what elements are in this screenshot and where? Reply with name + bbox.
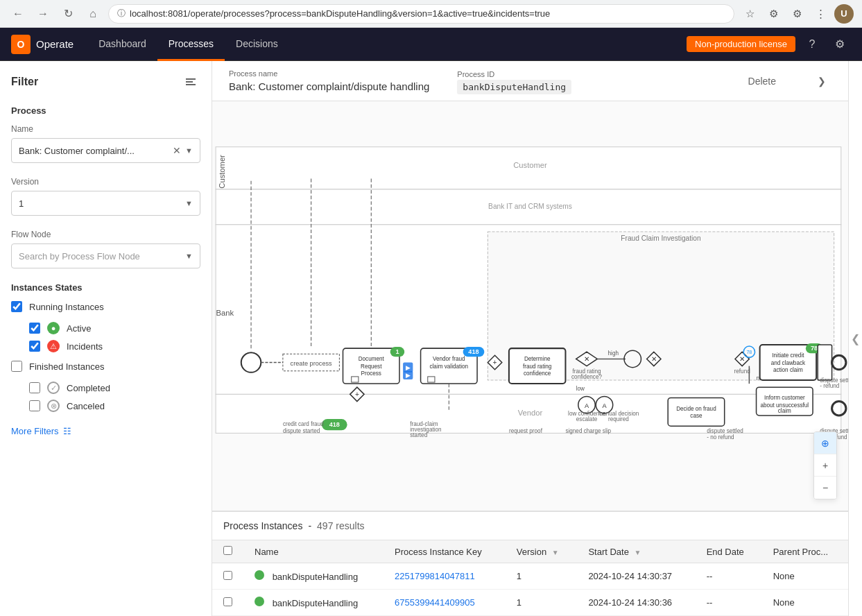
completed-label: Completed [67, 383, 110, 393]
flow-node-chevron-icon: ▼ [185, 252, 193, 260]
start-date-sort-icon[interactable]: ▼ [635, 549, 641, 556]
home-button[interactable]: ⌂ [83, 4, 103, 24]
forward-button[interactable]: → [33, 4, 53, 24]
svg-text:create process: create process [291, 360, 332, 367]
svg-text:✕: ✕ [584, 355, 589, 363]
running-instances-label: Running Instances [29, 302, 104, 312]
row1-key-link[interactable]: 2251799814047811 [395, 571, 475, 581]
extensions-button[interactable]: ⚙ [787, 4, 807, 24]
row1-version: 1 [506, 563, 578, 590]
instances-table: Name Process Instance Key Version ▼ Star… [212, 540, 848, 616]
zoom-out-button[interactable]: − [814, 477, 836, 499]
menu-button[interactable]: ⋮ [811, 4, 830, 24]
nav-item-processes[interactable]: Processes [157, 28, 225, 61]
nav-item-decisions[interactable]: Decisions [225, 28, 289, 61]
canceled-checkbox-item[interactable]: ⊗ Canceled [29, 400, 200, 412]
completed-checkbox-item[interactable]: ✓ Completed [29, 382, 200, 394]
select-all-checkbox[interactable] [223, 546, 232, 555]
finished-instances-checkbox[interactable] [11, 361, 22, 372]
sidebar-filter: Filter Process Name Bank: Customer compl… [0, 61, 212, 616]
sidebar-header: Filter [11, 72, 200, 92]
svg-text:A: A [602, 402, 607, 409]
bpmn-diagram: Customer Customer Bank IT and CRM system… [212, 101, 848, 511]
running-sub-group: ● Active ⚠ Incidents [29, 322, 200, 352]
clear-name-button[interactable]: ✕ [171, 144, 182, 157]
completed-status-icon: ✓ [47, 382, 60, 394]
running-instances-checkbox[interactable] [11, 301, 22, 312]
zoom-in-button[interactable]: + [814, 454, 836, 477]
collapse-panel-button[interactable]: ❯ [812, 71, 831, 91]
process-name-select[interactable]: Bank: Customer complaint/... ✕ ▼ [11, 138, 200, 163]
svg-text:✕: ✕ [651, 355, 657, 363]
running-instances-checkbox-item[interactable]: Running Instances [11, 301, 200, 312]
svg-text:Fraud Claim Investigation: Fraud Claim Investigation [621, 234, 700, 242]
filter-title: Filter [11, 76, 38, 88]
chevron-down-icon: ▼ [185, 146, 193, 155]
incidents-checkbox[interactable] [29, 341, 40, 352]
svg-text:+: + [355, 391, 359, 398]
svg-rect-48 [668, 397, 725, 426]
flow-node-filter-section: Flow Node Search by Process Flow Node ▼ [11, 230, 200, 268]
version-sort-icon[interactable]: ▼ [552, 549, 559, 556]
svg-text:Vendor fraud: Vendor fraud [433, 356, 465, 362]
canceled-checkbox[interactable] [29, 400, 40, 411]
sidebar-toggle-button[interactable] [181, 72, 200, 92]
col-parent: Parent Proc... [762, 540, 848, 563]
row2-checkbox[interactable] [223, 597, 232, 606]
instances-count: 497 results [317, 520, 364, 531]
browser-bar: ← → ↻ ⌂ ⓘ localhost:8081/operate/process… [0, 0, 862, 28]
row1-start-date: 2024-10-24 14:30:37 [577, 563, 695, 590]
completed-checkbox[interactable] [29, 382, 40, 393]
select-field-icons: ✕ ▼ [171, 144, 193, 157]
row2-version: 1 [506, 590, 578, 616]
right-sidebar-collapsed[interactable]: ❮ [848, 61, 862, 616]
settings-button[interactable]: ⚙ [764, 4, 783, 24]
finished-instances-label: Finished Instances [29, 361, 104, 372]
more-filters-button[interactable]: More Filters ☷ [11, 423, 200, 439]
help-button[interactable]: ? [801, 33, 823, 55]
refresh-button[interactable]: ↻ [58, 4, 78, 24]
svg-text:high: high [608, 350, 619, 357]
top-nav: O Operate Dashboard Processes Decisions … [0, 28, 862, 61]
url-text: localhost:8081/operate/processes?process… [130, 8, 550, 19]
row1-parent: None [762, 563, 848, 590]
zoom-fit-button[interactable]: ⊕ [814, 432, 836, 454]
col-name: Name [243, 540, 383, 563]
active-checkbox-item[interactable]: ● Active [29, 322, 200, 334]
row1-key-cell[interactable]: 2251799814047811 [383, 563, 506, 590]
back-button[interactable]: ← [8, 4, 28, 24]
delete-button[interactable]: Delete [740, 71, 784, 91]
bookmark-button[interactable]: ☆ [740, 4, 759, 24]
url-bar[interactable]: ⓘ localhost:8081/operate/processes?proce… [108, 4, 734, 24]
row2-key-cell[interactable]: 6755399441409905 [383, 590, 506, 616]
bpmn-diagram-container[interactable]: Customer Customer Bank IT and CRM system… [212, 101, 848, 511]
instances-table-container: Process Instances - 497 results Name Pro… [212, 511, 848, 616]
license-badge[interactable]: Non-production license [687, 36, 795, 52]
user-menu-button[interactable]: ⚙ [829, 33, 851, 55]
instances-table-separator: - [308, 520, 311, 531]
incidents-label: Incidents [67, 341, 103, 352]
incidents-checkbox-item[interactable]: ⚠ Incidents [29, 340, 200, 352]
filter-icon: ☷ [63, 426, 71, 436]
version-select[interactable]: 1 ▼ [11, 191, 200, 216]
nav-item-dashboard[interactable]: Dashboard [87, 28, 157, 61]
lock-icon: ⓘ [117, 8, 126, 19]
row2-key-link[interactable]: 6755399441409905 [395, 597, 475, 608]
process-name-header-label: Process name [229, 69, 429, 78]
active-checkbox[interactable] [29, 323, 40, 334]
svg-text:confidence: confidence [524, 370, 551, 377]
svg-text:Request: Request [361, 363, 382, 370]
svg-text:78: 78 [811, 345, 818, 352]
profile-avatar[interactable]: U [834, 4, 854, 24]
svg-text:confidence?: confidence? [571, 374, 602, 380]
active-label: Active [67, 323, 91, 334]
row1-checkbox[interactable] [223, 571, 232, 580]
svg-text:+: + [493, 359, 497, 366]
version-value: 1 [19, 198, 185, 209]
svg-rect-64 [818, 345, 831, 380]
flow-node-select[interactable]: Search by Process Flow Node ▼ [11, 243, 200, 268]
finished-instances-checkbox-item[interactable]: Finished Instances [11, 361, 200, 372]
instances-table-head: Name Process Instance Key Version ▼ Star… [212, 540, 848, 563]
instances-table-header-row: Name Process Instance Key Version ▼ Star… [212, 540, 848, 563]
finished-sub-group: ✓ Completed ⊗ Canceled [29, 382, 200, 412]
